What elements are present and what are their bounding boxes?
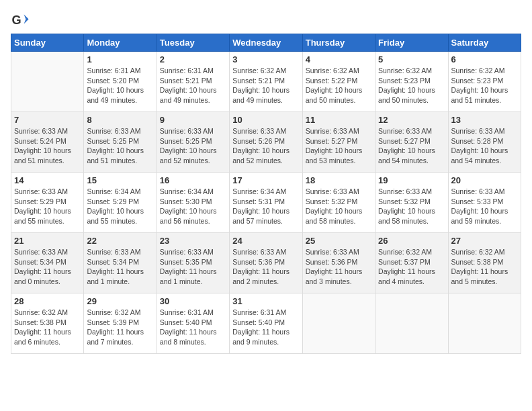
calendar-cell: 14Sunrise: 6:33 AM Sunset: 5:29 PM Dayli… [11, 173, 84, 233]
calendar-header: Sunday Monday Tuesday Wednesday Thursday… [11, 34, 521, 52]
day-number: 27 [451, 236, 518, 246]
calendar-cell [448, 293, 521, 354]
day-info: Sunrise: 6:33 AM Sunset: 5:27 PM Dayligh… [378, 126, 445, 166]
day-number: 19 [378, 175, 445, 185]
calendar-cell: 5Sunrise: 6:32 AM Sunset: 5:23 PM Daylig… [375, 52, 448, 112]
day-number: 12 [378, 115, 445, 125]
calendar-cell: 9Sunrise: 6:33 AM Sunset: 5:25 PM Daylig… [157, 112, 229, 173]
day-number: 25 [306, 236, 372, 246]
col-saturday: Saturday [448, 34, 521, 52]
day-number: 17 [232, 175, 299, 185]
day-number: 15 [87, 175, 153, 185]
day-number: 18 [306, 175, 372, 185]
day-number: 16 [160, 175, 226, 185]
logo-icon: G [11, 11, 30, 30]
logo: G [11, 11, 32, 30]
day-info: Sunrise: 6:33 AM Sunset: 5:28 PM Dayligh… [451, 126, 518, 166]
day-number: 4 [306, 54, 372, 64]
day-info: Sunrise: 6:31 AM Sunset: 5:40 PM Dayligh… [160, 308, 226, 347]
day-info: Sunrise: 6:32 AM Sunset: 5:38 PM Dayligh… [451, 247, 518, 287]
day-info: Sunrise: 6:31 AM Sunset: 5:20 PM Dayligh… [87, 66, 153, 105]
day-number: 7 [14, 115, 81, 125]
col-tuesday: Tuesday [157, 34, 229, 52]
calendar-cell: 4Sunrise: 6:32 AM Sunset: 5:22 PM Daylig… [302, 52, 375, 112]
calendar-cell: 26Sunrise: 6:32 AM Sunset: 5:37 PM Dayli… [375, 233, 448, 293]
day-info: Sunrise: 6:32 AM Sunset: 5:38 PM Dayligh… [14, 308, 81, 347]
day-number: 26 [378, 236, 445, 246]
calendar-table: Sunday Monday Tuesday Wednesday Thursday… [11, 34, 521, 354]
calendar-week-4: 28Sunrise: 6:32 AM Sunset: 5:38 PM Dayli… [11, 293, 521, 354]
calendar-cell [375, 293, 448, 354]
calendar-body: 1Sunrise: 6:31 AM Sunset: 5:20 PM Daylig… [11, 52, 521, 354]
col-monday: Monday [84, 34, 157, 52]
day-info: Sunrise: 6:33 AM Sunset: 5:36 PM Dayligh… [306, 247, 372, 287]
day-number: 1 [87, 54, 153, 64]
day-info: Sunrise: 6:32 AM Sunset: 5:37 PM Dayligh… [378, 247, 445, 287]
day-number: 10 [232, 115, 299, 125]
day-info: Sunrise: 6:33 AM Sunset: 5:27 PM Dayligh… [306, 126, 372, 166]
calendar-week-2: 14Sunrise: 6:33 AM Sunset: 5:29 PM Dayli… [11, 173, 521, 233]
day-number: 3 [232, 54, 299, 64]
calendar-cell: 13Sunrise: 6:33 AM Sunset: 5:28 PM Dayli… [448, 112, 521, 173]
day-info: Sunrise: 6:34 AM Sunset: 5:31 PM Dayligh… [232, 187, 299, 226]
day-number: 21 [14, 236, 81, 246]
day-number: 22 [87, 236, 153, 246]
day-info: Sunrise: 6:33 AM Sunset: 5:32 PM Dayligh… [378, 187, 445, 226]
calendar-cell: 8Sunrise: 6:33 AM Sunset: 5:25 PM Daylig… [84, 112, 157, 173]
day-info: Sunrise: 6:33 AM Sunset: 5:25 PM Dayligh… [160, 126, 226, 166]
day-info: Sunrise: 6:31 AM Sunset: 5:21 PM Dayligh… [160, 66, 226, 105]
calendar-cell: 22Sunrise: 6:33 AM Sunset: 5:34 PM Dayli… [84, 233, 157, 293]
day-number: 24 [232, 236, 299, 246]
calendar-cell: 28Sunrise: 6:32 AM Sunset: 5:38 PM Dayli… [11, 293, 84, 354]
calendar-cell: 24Sunrise: 6:33 AM Sunset: 5:36 PM Dayli… [230, 233, 302, 293]
svg-text:G: G [11, 13, 21, 27]
calendar-week-3: 21Sunrise: 6:33 AM Sunset: 5:34 PM Dayli… [11, 233, 521, 293]
col-wednesday: Wednesday [230, 34, 302, 52]
calendar-cell: 20Sunrise: 6:33 AM Sunset: 5:33 PM Dayli… [448, 173, 521, 233]
day-number: 23 [160, 236, 226, 246]
day-number: 2 [160, 54, 226, 64]
day-number: 14 [14, 175, 81, 185]
day-number: 13 [451, 115, 518, 125]
day-number: 8 [87, 115, 153, 125]
day-info: Sunrise: 6:33 AM Sunset: 5:33 PM Dayligh… [451, 187, 518, 226]
day-number: 20 [451, 175, 518, 185]
calendar-cell: 19Sunrise: 6:33 AM Sunset: 5:32 PM Dayli… [375, 173, 448, 233]
calendar-cell: 12Sunrise: 6:33 AM Sunset: 5:27 PM Dayli… [375, 112, 448, 173]
calendar-cell [302, 293, 375, 354]
calendar-cell: 23Sunrise: 6:33 AM Sunset: 5:35 PM Dayli… [157, 233, 229, 293]
day-number: 28 [14, 296, 81, 306]
calendar-week-1: 7Sunrise: 6:33 AM Sunset: 5:24 PM Daylig… [11, 112, 521, 173]
calendar-cell: 7Sunrise: 6:33 AM Sunset: 5:24 PM Daylig… [11, 112, 84, 173]
day-info: Sunrise: 6:32 AM Sunset: 5:39 PM Dayligh… [87, 308, 153, 347]
col-friday: Friday [375, 34, 448, 52]
day-info: Sunrise: 6:32 AM Sunset: 5:23 PM Dayligh… [378, 66, 445, 105]
calendar-cell: 21Sunrise: 6:33 AM Sunset: 5:34 PM Dayli… [11, 233, 84, 293]
day-number: 5 [378, 54, 445, 64]
day-number: 29 [87, 296, 153, 306]
day-info: Sunrise: 6:34 AM Sunset: 5:29 PM Dayligh… [87, 187, 153, 226]
day-info: Sunrise: 6:32 AM Sunset: 5:22 PM Dayligh… [306, 66, 372, 105]
calendar-cell: 3Sunrise: 6:32 AM Sunset: 5:21 PM Daylig… [230, 52, 302, 112]
header-row: Sunday Monday Tuesday Wednesday Thursday… [11, 34, 521, 52]
calendar-cell: 15Sunrise: 6:34 AM Sunset: 5:29 PM Dayli… [84, 173, 157, 233]
calendar-cell: 11Sunrise: 6:33 AM Sunset: 5:27 PM Dayli… [302, 112, 375, 173]
day-number: 11 [306, 115, 372, 125]
day-info: Sunrise: 6:33 AM Sunset: 5:32 PM Dayligh… [306, 187, 372, 226]
day-info: Sunrise: 6:32 AM Sunset: 5:21 PM Dayligh… [232, 66, 299, 105]
day-number: 9 [160, 115, 226, 125]
day-info: Sunrise: 6:33 AM Sunset: 5:25 PM Dayligh… [87, 126, 153, 166]
calendar-cell: 6Sunrise: 6:32 AM Sunset: 5:23 PM Daylig… [448, 52, 521, 112]
day-info: Sunrise: 6:32 AM Sunset: 5:23 PM Dayligh… [451, 66, 518, 105]
calendar-cell: 18Sunrise: 6:33 AM Sunset: 5:32 PM Dayli… [302, 173, 375, 233]
col-thursday: Thursday [302, 34, 375, 52]
calendar-cell: 31Sunrise: 6:31 AM Sunset: 5:40 PM Dayli… [230, 293, 302, 354]
calendar-cell [11, 52, 84, 112]
day-info: Sunrise: 6:31 AM Sunset: 5:40 PM Dayligh… [232, 308, 299, 347]
calendar-cell: 30Sunrise: 6:31 AM Sunset: 5:40 PM Dayli… [157, 293, 229, 354]
day-info: Sunrise: 6:33 AM Sunset: 5:34 PM Dayligh… [14, 247, 81, 287]
svg-marker-1 [24, 15, 29, 24]
calendar-cell: 2Sunrise: 6:31 AM Sunset: 5:21 PM Daylig… [157, 52, 229, 112]
day-number: 6 [451, 54, 518, 64]
calendar-cell: 17Sunrise: 6:34 AM Sunset: 5:31 PM Dayli… [230, 173, 302, 233]
